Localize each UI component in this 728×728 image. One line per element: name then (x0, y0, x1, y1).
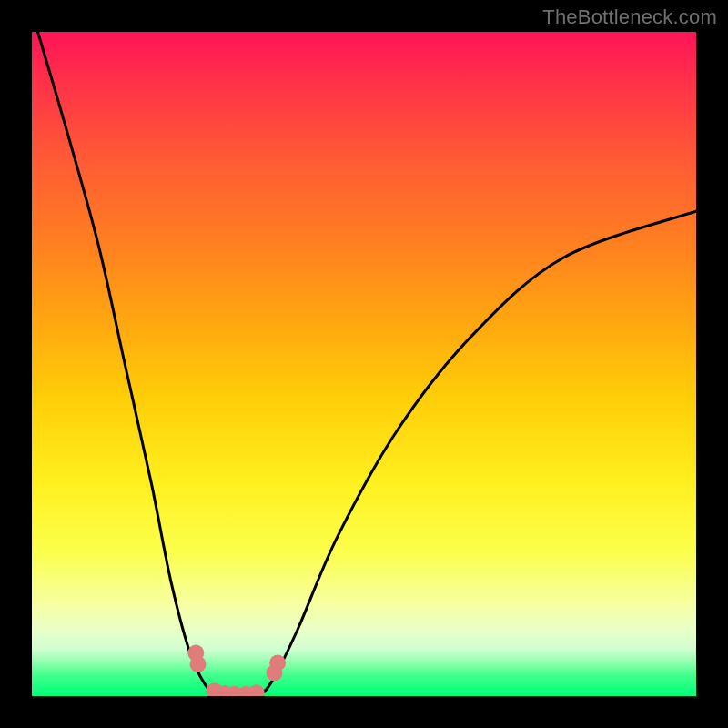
bottleneck-curve (32, 32, 696, 695)
data-marker (269, 655, 286, 672)
watermark-text: TheBottleneck.com (542, 5, 717, 29)
marker-layer (187, 645, 286, 696)
chart-svg (32, 32, 696, 696)
plot-area (32, 32, 696, 696)
chart-frame: TheBottleneck.com (0, 0, 728, 728)
data-marker (248, 684, 265, 696)
data-marker (190, 656, 207, 672)
curve-layer (32, 32, 696, 695)
